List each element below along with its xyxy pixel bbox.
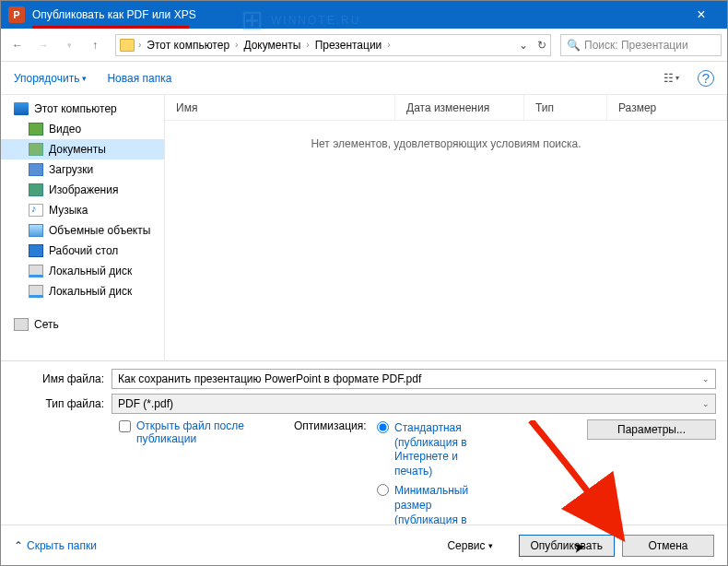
tree-item-video[interactable]: Видео xyxy=(1,119,164,139)
open-after-checkbox[interactable]: Открыть файл после публикации xyxy=(119,419,294,445)
pc-icon xyxy=(14,102,29,115)
video-icon xyxy=(29,123,43,136)
help-button[interactable]: ? xyxy=(698,70,714,87)
tree-item-desktop[interactable]: Рабочий стол xyxy=(1,241,164,261)
breadcrumb[interactable]: Документы xyxy=(241,39,302,52)
address-dropdown[interactable]: ⌄ ↻ xyxy=(519,39,546,52)
close-button[interactable]: × xyxy=(683,6,720,23)
history-dropdown[interactable]: ▾ xyxy=(58,34,80,56)
chevron-right-icon[interactable]: › xyxy=(387,40,390,50)
forward-button[interactable]: → xyxy=(32,34,54,56)
publish-button[interactable]: Опубликовать xyxy=(519,535,615,557)
empty-message: Нет элементов, удовлетворяющих условиям … xyxy=(165,137,727,150)
back-button[interactable]: ← xyxy=(6,34,29,56)
tools-menu[interactable]: Сервис ▾ xyxy=(447,539,492,552)
chevron-right-icon[interactable]: › xyxy=(138,40,141,50)
tree-item-documents[interactable]: Документы xyxy=(1,139,164,159)
downloads-icon xyxy=(29,163,43,176)
tree-item-music[interactable]: Музыка xyxy=(1,200,164,220)
address-bar[interactable]: › Этот компьютер › Документы › Презентац… xyxy=(115,34,551,56)
tree-item-disk[interactable]: Локальный диск xyxy=(1,281,164,301)
nav-bar: ← → ▾ ↑ › Этот компьютер › Документы › П… xyxy=(1,29,727,62)
tree-item-downloads[interactable]: Загрузки xyxy=(1,159,164,180)
column-headers: Имя Дата изменения Тип Размер xyxy=(165,95,727,121)
desktop-icon xyxy=(29,244,43,257)
search-input[interactable]: 🔍 Поиск: Презентации xyxy=(560,34,722,56)
chevron-right-icon[interactable]: › xyxy=(306,40,309,50)
col-name[interactable]: Имя xyxy=(165,95,395,120)
organize-menu[interactable]: Упорядочить ▾ xyxy=(14,72,87,85)
search-placeholder: Поиск: Презентации xyxy=(584,39,688,52)
tree-item-pc[interactable]: Этот компьютер xyxy=(1,99,164,119)
col-type[interactable]: Тип xyxy=(524,95,607,120)
chevron-down-icon: ⌄ xyxy=(702,399,710,408)
chevron-right-icon[interactable]: › xyxy=(235,40,238,50)
tree-item-3d[interactable]: Объемные объекты xyxy=(1,220,164,241)
folder-icon xyxy=(120,39,135,52)
filetype-combo[interactable]: PDF (*.pdf) ⌄ xyxy=(112,394,716,414)
chevron-down-icon: ▾ xyxy=(488,541,493,550)
app-icon: P xyxy=(8,6,25,23)
search-icon: 🔍 xyxy=(567,39,581,52)
view-mode-button[interactable]: ☷ ▾ xyxy=(657,68,685,88)
chevron-down-icon[interactable]: ⌄ xyxy=(702,374,710,383)
optimize-label: Оптимизация: xyxy=(294,419,367,432)
title-underline xyxy=(32,26,189,29)
hide-folders-link[interactable]: ⌃ Скрыть папки xyxy=(14,539,97,552)
breadcrumb[interactable]: Презентации xyxy=(313,39,384,52)
tree-item-images[interactable]: Изображения xyxy=(1,180,164,200)
parameters-button[interactable]: Параметры... xyxy=(587,419,716,440)
cancel-button[interactable]: Отмена xyxy=(622,535,714,557)
disk-icon xyxy=(29,265,43,277)
filename-label: Имя файла: xyxy=(12,372,112,385)
save-panel: Имя файла: Как сохранить презентацию Pow… xyxy=(1,360,727,551)
tree-item-network[interactable]: Сеть xyxy=(1,314,164,335)
chevron-down-icon: ▾ xyxy=(82,74,87,83)
window-title: Опубликовать как PDF или XPS xyxy=(32,8,683,21)
3d-icon xyxy=(29,224,43,237)
documents-icon xyxy=(29,143,43,156)
folder-tree: Этот компьютер Видео Документы Загрузки … xyxy=(1,95,165,360)
optimize-standard-radio[interactable]: Стандартная (публикация в Интернете и пе… xyxy=(377,421,478,478)
network-icon xyxy=(14,318,29,331)
filename-input[interactable]: Как сохранить презентацию PowerPoint в ф… xyxy=(112,369,716,389)
toolbar: Упорядочить ▾ Новая папка ☷ ▾ ? xyxy=(1,62,727,95)
disk-icon xyxy=(29,285,43,298)
col-size[interactable]: Размер xyxy=(607,95,727,120)
titlebar: P Опубликовать как PDF или XPS × xyxy=(1,1,727,29)
up-button[interactable]: ↑ xyxy=(84,34,106,56)
filetype-label: Тип файла: xyxy=(12,397,112,410)
breadcrumb[interactable]: Этот компьютер xyxy=(145,39,231,52)
chevron-up-icon: ⌃ xyxy=(14,539,23,552)
images-icon xyxy=(29,183,43,196)
music-icon xyxy=(29,204,43,217)
new-folder-button[interactable]: Новая папка xyxy=(107,72,171,85)
footer: ⌃ Скрыть папки Сервис ▾ Опубликовать Отм… xyxy=(1,525,727,565)
tree-item-disk[interactable]: Локальный диск xyxy=(1,261,164,281)
col-date[interactable]: Дата изменения xyxy=(395,95,524,120)
file-list: Имя Дата изменения Тип Размер Нет элемен… xyxy=(165,95,727,360)
